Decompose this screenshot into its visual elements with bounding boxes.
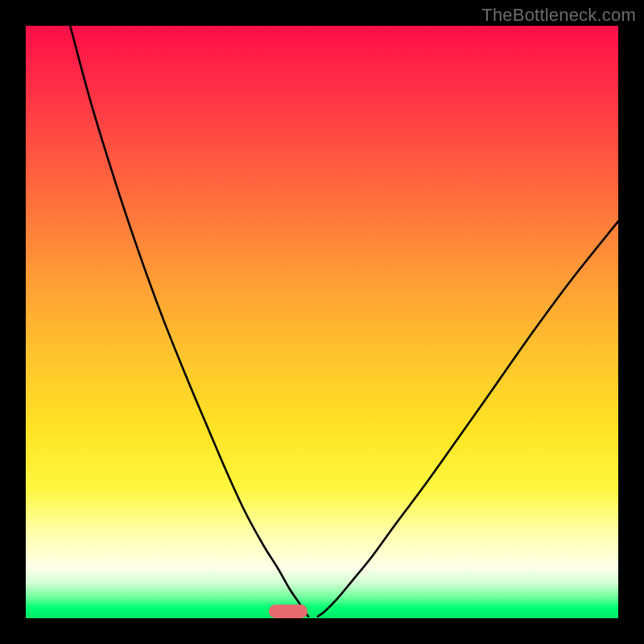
- bottleneck-marker: [269, 605, 308, 618]
- bottleneck-curve: [26, 26, 618, 618]
- curve-right-branch: [318, 221, 618, 617]
- watermark-text: TheBottleneck.com: [481, 5, 636, 26]
- curve-group: [70, 26, 618, 617]
- curve-left-branch: [70, 26, 308, 617]
- chart-frame: TheBottleneck.com: [0, 0, 644, 644]
